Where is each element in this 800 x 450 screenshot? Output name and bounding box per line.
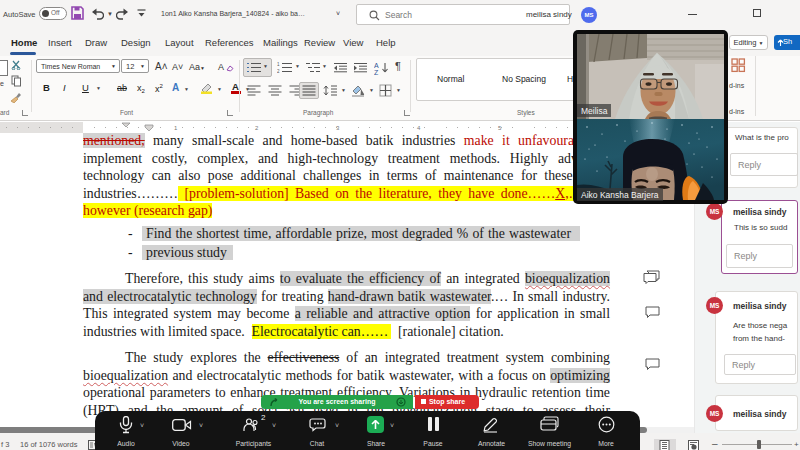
svg-text:1: 1	[174, 125, 178, 131]
svg-text:3: 3	[336, 125, 340, 131]
svg-text:5: 5	[498, 125, 502, 131]
svg-text:A: A	[374, 62, 379, 69]
svg-text:2: 2	[255, 125, 259, 131]
svg-text:2: 2	[277, 69, 280, 74]
svg-text:1: 1	[277, 62, 280, 67]
svg-text:Z: Z	[374, 69, 379, 76]
svg-text:4: 4	[417, 125, 421, 131]
